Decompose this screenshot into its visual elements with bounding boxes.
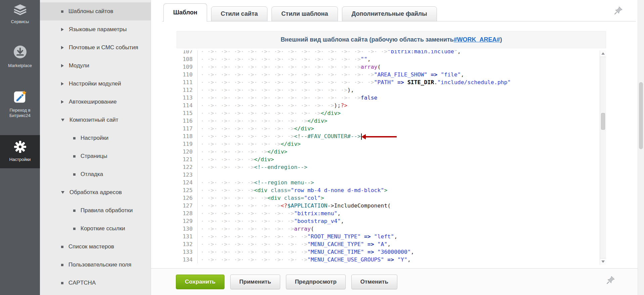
- code-line: 108· ·>· ·>· ·>· ·>· ·>· ·>· ·>· ·>· ·>·…: [177, 55, 606, 63]
- code-text: · ·>· ·>· ·>· ·><!--region menu-->: [201, 179, 314, 186]
- rail-item-label: Настройки: [9, 157, 31, 162]
- rail-item-bitrix24[interactable]: Переход в Битрикс24: [0, 86, 40, 122]
- code-text: · ·>· ·>· ·>· ·>· ·>· ·>· ·></div>: [201, 125, 314, 132]
- sidebar-item[interactable]: Обработка адресов: [40, 183, 151, 201]
- line-number: 116: [177, 117, 198, 125]
- sidebar-item[interactable]: Пользовательские поля: [40, 256, 151, 274]
- whitespace-marks: · ·>· ·>· ·>· ·>· ·>· ·>· ·>: [201, 226, 294, 232]
- sidebar-item-label: Почтовые и СМС события: [69, 44, 138, 51]
- line-number: 127: [177, 202, 198, 210]
- scroll-down-arrow-icon[interactable]: [600, 258, 606, 265]
- whitespace-marks: · ·>· ·>· ·>· ·>· ·>· ·>· ·>· ·>· ·>· ·>…: [201, 71, 374, 78]
- code-text: · ·>· ·>· ·>· ·>· ·>· ·>· ·>· ·>· ·>· ·>…: [201, 55, 371, 63]
- code-line: 121· ·>· ·>· ·>· ·></div>: [177, 156, 606, 163]
- pin-icon[interactable]: [606, 276, 615, 286]
- square-bullet-icon: [61, 246, 63, 248]
- page-scrollbar[interactable]: [638, 0, 644, 295]
- code-lines: 107· ·>· ·>· ·>· ·>· ·>· ·>· ·>· ·>· ·>·…: [177, 50, 606, 263]
- code-line: 131· ·>· ·>· ·>· ·>· ·>· ·>· ·>· ·>"ROOT…: [177, 233, 606, 240]
- code-text: · ·>· ·>· ·>· ·>· ·>· ·>· ·>· ·>· ·>· ·>…: [201, 50, 461, 55]
- sidebar-item-label: Список мастеров: [68, 243, 114, 250]
- sidebar-item[interactable]: Почтовые и СМС события: [40, 39, 151, 57]
- tab-template-styles[interactable]: Стили шаблона: [271, 6, 338, 21]
- sidebar-item[interactable]: Модули: [40, 57, 151, 75]
- sidebar-item-label: Композитный сайт: [69, 117, 118, 123]
- code-text: · ·>· ·>· ·>· ·>· ·>· ·>· ·>· ·>· ·>· ·>…: [201, 94, 378, 102]
- header-text: Внешний вид шаблона сайта (рабочую облас…: [281, 36, 454, 43]
- code-text: · ·>· ·>· ·>· ·>· ·>· ·>· ·>· ·></div>: [201, 117, 328, 125]
- whitespace-marks: · ·>· ·>· ·>· ·>· ·>· ·>· ·>· ·>: [201, 241, 307, 247]
- page-scrollbar-thumb[interactable]: [639, 82, 643, 149]
- line-number: 119: [177, 140, 198, 148]
- sidebar-item-label: Страницы: [81, 153, 107, 160]
- sidebar-item-label: Настройки: [81, 135, 108, 141]
- sidebar-item[interactable]: Короткие ссылки: [40, 220, 151, 238]
- whitespace-marks: · ·>· ·>· ·>· ·>· ·>· ·>· ·>· ·>· ·>· ·>…: [201, 79, 374, 85]
- code-text: · ·>· ·>· ·>· ·>· ·><div class="col">: [201, 194, 324, 202]
- sidebar-item[interactable]: CAPTCHA: [40, 274, 151, 292]
- whitespace-marks: · ·>· ·>· ·>· ·>· ·>· ·>· ·>: [201, 125, 294, 132]
- sidebar-item[interactable]: Отладка: [40, 165, 151, 183]
- code-line: 126· ·>· ·>· ·>· ·>· ·><div class="col">: [177, 194, 606, 202]
- tab-additional-files[interactable]: Дополнительные файлы: [342, 6, 437, 21]
- sidebar-item-label: Отладка: [81, 171, 103, 178]
- code-line: 112· ·>· ·>· ·>· ·>· ·>· ·>· ·>· ·>· ·>·…: [177, 86, 606, 94]
- scroll-up-arrow-icon[interactable]: [600, 50, 606, 57]
- code-editor[interactable]: 107· ·>· ·>· ·>· ·>· ·>· ·>· ·>· ·>· ·>·…: [177, 50, 606, 265]
- code-text: · ·>· ·>· ·>· ·>· ·>· ·>· ·>· ·>· ·>· ·>…: [201, 71, 464, 78]
- whitespace-marks: · ·>· ·>· ·>· ·>· ·>· ·>· ·>: [201, 133, 294, 139]
- whitespace-marks: · ·>· ·>· ·>· ·>: [201, 179, 254, 186]
- line-number: 115: [177, 109, 198, 117]
- square-bullet-icon: [73, 155, 76, 158]
- rail-item-label: Marketplace: [8, 63, 32, 68]
- work-area-link[interactable]: #WORK_AREA#: [454, 36, 500, 43]
- sidebar-item[interactable]: Настройки модулей: [40, 75, 151, 93]
- cancel-button[interactable]: Отменить: [351, 275, 397, 289]
- code-line: 124· ·>· ·>· ·>· ·><!--region menu-->: [177, 179, 606, 186]
- sidebar-item[interactable]: Языковые параметры: [40, 20, 151, 39]
- sidebar-item[interactable]: Автокеширование: [40, 93, 151, 111]
- sidebar-item[interactable]: Шаблоны сайтов: [40, 2, 151, 20]
- editor-scrollbar-thumb[interactable]: [601, 113, 605, 130]
- marketplace-download-icon: [13, 45, 28, 61]
- triangle-right-icon: [61, 28, 64, 31]
- sidebar-item[interactable]: Правила обработки: [40, 201, 151, 220]
- code-text: · ·>· ·>· ·>· ·></div>: [201, 156, 274, 163]
- tab-label: Стили шаблона: [281, 10, 328, 17]
- line-number: 109: [177, 63, 198, 71]
- code-line: 114· ·>· ·>· ·>· ·>· ·>· ·>· ·>· ·>· ·>·…: [177, 102, 606, 109]
- sidebar-item[interactable]: Страницы: [40, 147, 151, 165]
- code-line: 128· ·>· ·>· ·>· ·>· ·>· ·>· ·>"bitrix:m…: [177, 210, 606, 217]
- code-text: · ·>· ·>· ·>· ·>· ·>· ·></div>: [201, 140, 301, 148]
- save-button[interactable]: Сохранить: [176, 275, 225, 289]
- line-number: 108: [177, 55, 198, 63]
- line-number: 131: [177, 233, 198, 240]
- square-bullet-icon: [61, 282, 63, 284]
- rail-item-marketplace[interactable]: Marketplace: [0, 41, 40, 72]
- code-line: 127· ·>· ·>· ·>· ·>· ·>· ·><?$APPLICATIO…: [177, 202, 606, 210]
- square-bullet-icon: [73, 137, 76, 139]
- code-text: · ·>· ·>· ·>· ·>· ·>· ·>· ·>· ·>· ·>· ·>…: [201, 63, 381, 71]
- triangle-right-icon: [61, 100, 64, 104]
- sidebar-item[interactable]: Настройки: [40, 129, 151, 147]
- code-text: · ·>· ·>· ·>· ·>· ·>· ·>· ·>array(: [201, 225, 314, 233]
- pin-icon[interactable]: [614, 6, 623, 16]
- sidebar-item-label: Короткие ссылки: [81, 225, 125, 232]
- triangle-down-icon: [61, 191, 64, 194]
- preview-button[interactable]: Предпросмотр: [286, 275, 346, 289]
- code-line: 110· ·>· ·>· ·>· ·>· ·>· ·>· ·>· ·>· ·>·…: [177, 71, 606, 78]
- rail-item-services[interactable]: Сервисы: [0, 1, 40, 28]
- code-line: 123: [177, 171, 606, 179]
- tab-template[interactable]: Шаблон: [163, 3, 207, 22]
- rail-item-settings[interactable]: Настройки: [0, 135, 40, 168]
- tab-bar: Шаблон Стили сайта Стили шаблона Дополни…: [163, 3, 437, 21]
- sidebar-item[interactable]: Композитный сайт: [40, 111, 151, 129]
- whitespace-marks: · ·>· ·>· ·>· ·>· ·>· ·>· ·>· ·>: [201, 233, 307, 240]
- code-line: 107· ·>· ·>· ·>· ·>· ·>· ·>· ·>· ·>· ·>·…: [177, 50, 606, 55]
- tab-site-styles[interactable]: Стили сайта: [211, 6, 268, 21]
- apply-button[interactable]: Применить: [230, 275, 280, 289]
- sidebar-item[interactable]: Список мастеров: [40, 238, 151, 256]
- line-number: 110: [177, 71, 198, 78]
- editor-scrollbar[interactable]: [600, 50, 606, 265]
- code-line: 133· ·>· ·>· ·>· ·>· ·>· ·>· ·>· ·>"MENU…: [177, 248, 606, 256]
